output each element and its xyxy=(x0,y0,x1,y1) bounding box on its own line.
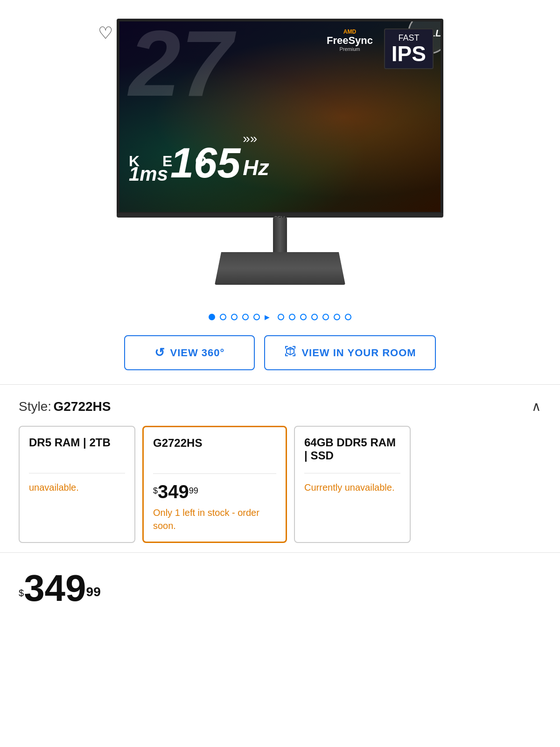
carousel-dot-9[interactable] xyxy=(300,314,307,320)
monitor-stand-base xyxy=(215,252,345,285)
carousel-dot-2[interactable] xyxy=(220,314,226,320)
screen-content: 27 DELL FAST IPS AMD FreeSync Premium xyxy=(119,21,441,212)
style-card-g2722hs[interactable]: G2722HS $34999 Only 1 left in stock - or… xyxy=(142,426,287,543)
amd-label: AMD xyxy=(327,28,373,35)
style-card-g2722hs-status: Only 1 left in stock - order soon. xyxy=(153,506,276,532)
main-price-section: $34999 xyxy=(0,553,560,624)
main-price-dollars: 349 xyxy=(24,567,86,609)
price-dollars: 349 xyxy=(158,481,189,502)
screen-overlay: K E O 1ms 165 »» Hz xyxy=(119,126,441,184)
carousel-dot-7[interactable] xyxy=(278,314,284,320)
carousel-dot-3[interactable] xyxy=(231,314,238,320)
carousel-dot-10[interactable] xyxy=(311,314,318,320)
style-card-64gb-status: Currently unavailable. xyxy=(304,481,400,494)
carousel-dots xyxy=(0,303,560,331)
style-label-group: Style: G2722HS xyxy=(19,399,111,414)
carousel-dot-play[interactable] xyxy=(265,313,273,321)
main-price-cents: 99 xyxy=(86,585,101,599)
style-value: G2722HS xyxy=(53,399,111,414)
style-card-64gb[interactable]: 64GB DDR5 RAM | SSD Currently unavailabl… xyxy=(294,426,411,543)
style-card-g2722hs-title: G2722HS xyxy=(153,437,276,474)
style-card-g2722hs-price: $34999 xyxy=(153,481,276,502)
freesync-premium-label: Premium xyxy=(327,46,373,52)
price-dollar-sign: $ xyxy=(153,486,158,495)
view-in-room-icon xyxy=(284,345,297,361)
style-card-64gb-title: 64GB DDR5 RAM | SSD xyxy=(304,436,400,473)
price-cents: 99 xyxy=(189,486,198,495)
view-360-button[interactable]: ↺ VIEW 360° xyxy=(124,335,255,370)
screen-size-watermark: 27 xyxy=(129,21,232,110)
main-price-dollar-sign: $ xyxy=(19,588,24,598)
fast-ips-badge: FAST IPS xyxy=(384,28,434,69)
freesync-badge: AMD FreeSync Premium xyxy=(327,28,373,52)
view-360-label: VIEW 360° xyxy=(170,347,224,359)
hz-unit: Hz xyxy=(243,155,269,180)
style-card-ddr5-status: unavailable. xyxy=(29,481,125,494)
hz-arrows: »» xyxy=(243,126,269,152)
style-label: Style: xyxy=(19,399,51,414)
carousel-dot-4[interactable] xyxy=(242,314,249,320)
carousel-dot-8[interactable] xyxy=(289,314,295,320)
carousel-dot-5[interactable] xyxy=(253,314,260,320)
view-in-room-label: VIEW IN YOUR ROOM xyxy=(301,347,416,359)
view-in-room-button[interactable]: VIEW IN YOUR ROOM xyxy=(264,335,435,370)
carousel-dot-13[interactable] xyxy=(345,314,351,320)
style-card-ddr5[interactable]: DR5 RAM | 2TB unavailable. xyxy=(19,426,135,543)
carousel-dot-1[interactable] xyxy=(209,314,215,320)
style-header: Style: G2722HS ∧ xyxy=(19,399,541,414)
style-card-ddr5-title: DR5 RAM | 2TB xyxy=(29,436,125,473)
style-cards-container: DR5 RAM | 2TB unavailable. G2722HS $3499… xyxy=(0,426,560,543)
style-section: Style: G2722HS ∧ DR5 RAM | 2TB unavailab… xyxy=(0,385,560,552)
product-image-container: ♡ 27 DELL FAST IPS xyxy=(89,14,471,294)
main-price-display: $34999 xyxy=(19,567,541,610)
product-monitor: 27 DELL FAST IPS AMD FreeSync Premium xyxy=(89,19,471,289)
screen-keo-text: K E O xyxy=(129,153,216,170)
monitor-screen: 27 DELL FAST IPS AMD FreeSync Premium xyxy=(117,19,443,215)
freesync-text: FreeSync xyxy=(327,35,373,46)
style-chevron-icon[interactable]: ∧ xyxy=(532,399,541,414)
action-buttons-area: ↺ VIEW 360° VIEW IN YOUR ROOM xyxy=(0,331,560,384)
view-360-icon: ↺ xyxy=(154,345,165,360)
carousel-dot-11[interactable] xyxy=(322,314,329,320)
product-image-area: ♡ 27 DELL FAST IPS xyxy=(0,0,560,303)
ips-label: IPS xyxy=(392,43,426,64)
carousel-dot-12[interactable] xyxy=(334,314,340,320)
